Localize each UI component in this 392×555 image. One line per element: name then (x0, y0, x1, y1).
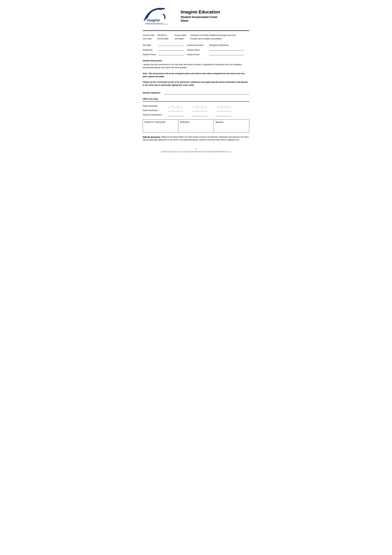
header-divider (143, 30, 249, 31)
student-phone-input[interactable] (158, 53, 184, 55)
result-row: Result of Assessment: (143, 114, 249, 117)
course-code-value: CHC30113 (157, 34, 174, 37)
result-label: Result of Assessment: (143, 114, 168, 117)
student-name-input[interactable] (209, 48, 244, 51)
due-date-row: Due Date Assessment Name Workplace Workb… (143, 43, 249, 47)
student-phone-row: Student Phone Student Email (143, 53, 249, 56)
bottom-table: Entered on Training Plan Moderation Sign… (143, 119, 249, 132)
office-divider (143, 101, 249, 102)
student-phone-label: Student Phone (143, 53, 158, 56)
dates-received-row: Date/s Received: ___/___/___ ___/___/___… (143, 105, 249, 108)
unit-code-value: CHCECE005 (157, 37, 174, 40)
dates-received-label: Date/s Received: (143, 105, 168, 108)
due-date-field (158, 43, 184, 47)
svg-text:imagine: imagine (147, 18, 160, 22)
signature-section: Student Signature (143, 91, 249, 95)
declaration-heading: Student Declaration (143, 59, 249, 62)
moderation-cell: Moderation (178, 120, 214, 132)
unit-name-value: Provide care for babies and toddlers (190, 37, 249, 40)
assessor-note: Note for Assessors: Filling out the abov… (143, 136, 249, 141)
imagine-education-logo: imagine EDUCATION AUSTRALIA (143, 6, 171, 25)
note1-text: Note: This assessment will not be accept… (143, 72, 249, 78)
dates-assessed-fields: ___/___/___ ___/___/___ ___/___/___ (168, 109, 232, 112)
office-use-heading: Office Use Only (143, 98, 249, 101)
course-code-row: Course Code CHC30113 Course Name Certifi… (143, 34, 249, 37)
signature-cell: Signature (214, 120, 249, 132)
signature-row: Student Signature (143, 91, 249, 95)
office-use-section: Office Use Only Date/s Received: ___/___… (143, 98, 249, 132)
course-code-label: Course Code (143, 34, 157, 37)
unit-code-row: Unit Code CHCECE005 Unit Name Provide ca… (143, 37, 249, 40)
svg-text:EDUCATION AUSTRALIA: EDUCATION AUSTRALIA (145, 23, 163, 24)
date-received-1[interactable]: ___/___/___ (168, 105, 183, 108)
date-assessed-1[interactable]: ___/___/___ (168, 109, 183, 112)
page-header: imagine EDUCATION AUSTRALIA Imagine Educ… (143, 6, 249, 26)
page-number: 1 (143, 147, 249, 150)
student-no-row: Student No. Student Name (143, 48, 249, 51)
due-date-input[interactable] (158, 43, 184, 46)
dates-section: Date/s Received: ___/___/___ ___/___/___… (143, 105, 249, 117)
student-no-field (158, 48, 184, 51)
student-email-field (209, 53, 244, 56)
due-date-label: Due Date (143, 44, 158, 47)
dates-assessed-label: Date/s Assessed: (143, 109, 168, 112)
student-email-input[interactable] (209, 53, 244, 55)
student-name-field (209, 48, 244, 51)
course-info-section: Course Code CHC30113 Course Name Certifi… (143, 34, 249, 40)
student-phone-field (158, 53, 184, 56)
course-name-value: Certificate III of Early Childhood Educa… (190, 34, 249, 37)
date-received-3[interactable]: ___/___/___ (217, 105, 232, 108)
declaration-section: Student Declaration I declare that this … (143, 59, 249, 69)
logo-container: imagine EDUCATION AUSTRALIA (143, 6, 174, 26)
unit-name-label: Unit Name (174, 37, 190, 40)
title-container: Imagine Education Student Assessment Cov… (181, 9, 249, 23)
student-no-input[interactable] (158, 48, 184, 51)
student-name-label: Student Name (187, 49, 209, 51)
assessor-note-underline: Note for Assessors: (143, 136, 161, 138)
entered-on-training-plan-cell: Entered on Training Plan (143, 120, 178, 132)
footer: 1 /var/filecabinet/temp/converter_assets… (143, 147, 249, 153)
result-field-2[interactable] (192, 114, 207, 116)
signature-label: Student Signature (143, 91, 160, 94)
notes-section: Note: This assessment will not be accept… (143, 72, 249, 87)
dates-assessed-row: Date/s Assessed: ___/___/___ ___/___/___… (143, 109, 249, 112)
declaration-text: I declare that this assessment is my own… (143, 63, 249, 69)
signature-line[interactable] (164, 91, 249, 95)
file-path: /var/filecabinet/temp/converter_assets/a… (143, 151, 249, 153)
note2-text: Filling out this coversheet as part of a… (143, 81, 249, 87)
entered-on-training-plan-label: Entered on Training Plan (144, 121, 177, 124)
course-name-label: Course Name (174, 34, 190, 37)
org-name: Imagine Education (181, 9, 249, 15)
signature-cell-label: Signature (215, 121, 248, 124)
date-received-2[interactable]: ___/___/___ (192, 105, 207, 108)
student-no-label: Student No. (143, 49, 158, 51)
unit-code-label: Unit Code (143, 37, 157, 40)
result-fields (168, 114, 231, 116)
moderation-label: Moderation (180, 121, 212, 124)
dates-received-fields: ___/___/___ ___/___/___ ___/___/___ (168, 105, 232, 108)
assessment-name-label: Assessment Name (187, 44, 209, 47)
result-field-1[interactable] (168, 114, 184, 116)
student-email-label: Student Email (187, 53, 209, 56)
assessment-name-value: Workplace Workbook (209, 44, 241, 47)
date-assessed-3[interactable]: ___/___/___ (217, 109, 232, 112)
doc-subtitle: Student Assessment Cover Sheet (181, 15, 249, 23)
result-field-3[interactable] (215, 114, 231, 116)
date-assessed-2[interactable]: ___/___/___ (192, 109, 207, 112)
